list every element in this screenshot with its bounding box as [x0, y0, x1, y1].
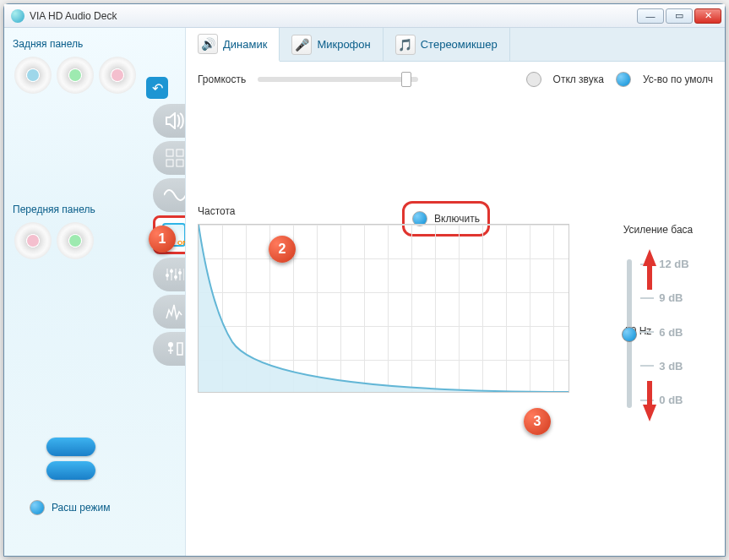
default-radio[interactable] [616, 72, 631, 87]
mode-label: Расш режим [52, 502, 110, 514]
app-icon [11, 9, 24, 23]
mute-label: Откл звука [553, 73, 604, 85]
bass-track[interactable] [627, 259, 632, 408]
volume-row: Громкость Откл звука Ус-во по умолч [198, 72, 713, 87]
front-jack-green[interactable] [57, 222, 94, 259]
volume-slider[interactable] [258, 77, 418, 82]
mode-radio-icon [30, 500, 45, 515]
left-panel: Задняя панель ↶ Передняя панель [4, 28, 185, 556]
default-label: Ус-во по умолч [643, 73, 713, 85]
minimize-button[interactable]: — [637, 8, 664, 24]
content: Задняя панель ↶ Передняя панель [4, 28, 725, 556]
titlebar: VIA HD Audio Deck — ▭ ✕ [4, 4, 725, 28]
pill-button-1[interactable] [46, 438, 95, 456]
db-9: 9 dB [640, 291, 688, 304]
volume-thumb[interactable] [401, 72, 411, 87]
back-button[interactable]: ↶ [146, 77, 168, 99]
speaker-icon: 🔊 [198, 34, 218, 54]
rear-jack-green[interactable] [57, 57, 94, 94]
microphone-icon: 🎤 [291, 35, 312, 55]
rear-jack-pink[interactable] [99, 57, 136, 94]
tab-speaker[interactable]: 🔊 Динамик [186, 28, 280, 62]
tab-strip: 🔊 Динамик 🎤 Микрофон 🎵 Стереомикшер [186, 28, 725, 62]
rear-jack-blue[interactable] [14, 57, 52, 94]
window-title: VIA HD Audio Deck [30, 10, 637, 22]
svg-point-6 [174, 275, 177, 279]
mode-row[interactable]: Расш режим [30, 500, 110, 515]
bass-slider[interactable]: 12 dB 9 dB 6 dB 3 dB 0 dB [603, 251, 713, 420]
arrow-up-icon [643, 249, 656, 266]
maximize-button[interactable]: ▭ [666, 8, 693, 24]
annotation-2: 2 [269, 236, 296, 263]
front-jack-pink[interactable] [14, 222, 52, 259]
tab-microphone[interactable]: 🎤 Микрофон [280, 28, 383, 61]
tab-stereomix[interactable]: 🎵 Стереомикшер [384, 28, 510, 61]
annotation-1: 1 [149, 226, 176, 253]
db-3: 3 dB [640, 360, 688, 372]
app-window: VIA HD Audio Deck — ▭ ✕ Задняя панель ↶ … [3, 3, 726, 557]
annotation-3: 3 [524, 408, 551, 435]
svg-point-8 [168, 342, 173, 347]
svg-point-5 [170, 269, 173, 273]
bass-column: Усиление баса 12 dB 9 dB 6 dB 3 dB 0 dB [603, 224, 713, 420]
rear-panel-label: Задняя панель [13, 38, 180, 50]
close-button[interactable]: ✕ [694, 8, 721, 24]
mute-radio[interactable] [526, 72, 541, 87]
volume-label: Громкость [198, 73, 246, 85]
svg-rect-0 [166, 150, 173, 156]
main-panel: 🔊 Динамик 🎤 Микрофон 🎵 Стереомикшер Гром… [185, 28, 725, 556]
arrow-down-icon [643, 405, 656, 421]
bass-thumb[interactable] [622, 327, 637, 342]
svg-rect-1 [177, 150, 183, 156]
freq-graph[interactable] [198, 224, 569, 393]
tab-speaker-label: Динамик [223, 38, 267, 51]
svg-rect-2 [166, 160, 173, 166]
window-buttons: — ▭ ✕ [637, 8, 721, 24]
bass-label: Усиление баса [603, 224, 713, 236]
tab-microphone-label: Микрофон [317, 38, 370, 51]
enable-label: Включить [434, 213, 480, 225]
svg-point-4 [166, 274, 169, 277]
bottom-buttons [46, 438, 95, 480]
pill-button-2[interactable] [46, 461, 95, 480]
svg-rect-3 [177, 160, 183, 166]
tab-stereomix-label: Стереомикшер [421, 38, 498, 51]
db-6: 6 dB [640, 326, 688, 339]
svg-point-7 [178, 271, 182, 275]
stereomix-icon: 🎵 [395, 35, 416, 55]
